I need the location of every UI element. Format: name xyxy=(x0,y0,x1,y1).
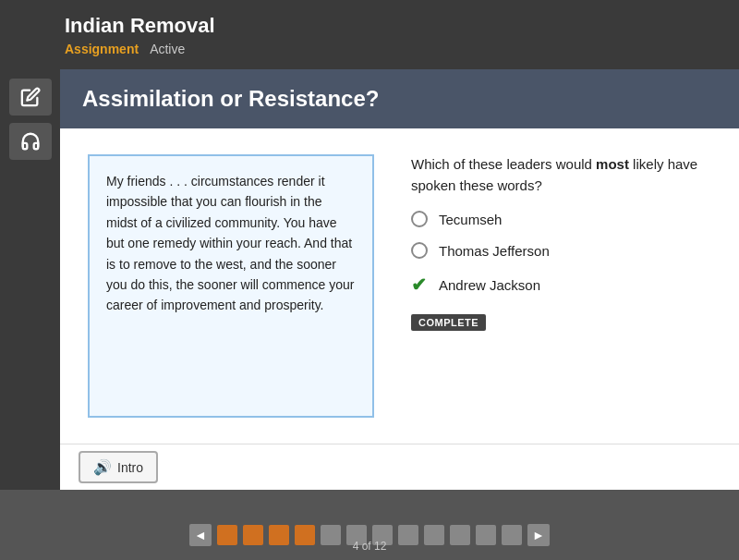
option-3-label: Andrew Jackson xyxy=(439,277,540,293)
option-1-label: Tecumseh xyxy=(439,212,502,227)
assignment-label: Assignment xyxy=(65,42,139,56)
page-counter: 4 of 12 xyxy=(353,540,387,553)
page-dot-10[interactable] xyxy=(450,525,470,545)
option-1-radio[interactable] xyxy=(411,211,428,227)
page-dot-3[interactable] xyxy=(269,525,289,545)
sidebar xyxy=(0,69,60,490)
complete-badge: COMPLETE xyxy=(411,314,486,331)
intro-label: Intro xyxy=(117,460,143,475)
option-1-row[interactable]: Tecumseh xyxy=(411,211,711,227)
page-dot-11[interactable] xyxy=(476,525,496,545)
prompt-before: Which of these leaders would xyxy=(411,156,596,172)
page-dot-4[interactable] xyxy=(295,525,315,545)
prompt-bold: most xyxy=(596,156,629,172)
headphones-button[interactable] xyxy=(9,123,52,160)
prev-button[interactable]: ◄ xyxy=(189,524,212,546)
bottom-nav: ◄ ► 4 of 12 xyxy=(0,509,739,560)
option-2-label: Thomas Jefferson xyxy=(439,243,550,259)
option-2-radio[interactable] xyxy=(411,242,428,259)
page-dot-1[interactable] xyxy=(217,525,237,545)
page-dot-12[interactable] xyxy=(502,525,522,545)
question-header: Assimilation or Resistance? xyxy=(60,69,739,128)
page-dot-2[interactable] xyxy=(243,525,263,545)
question-text: Which of these leaders would most likely… xyxy=(411,154,711,196)
footer-audio: 🔊 Intro xyxy=(60,444,739,490)
active-label: Active xyxy=(150,42,185,56)
top-bar-meta: Assignment Active xyxy=(65,42,215,56)
option-2-row[interactable]: Thomas Jefferson xyxy=(411,242,711,259)
option-3-row[interactable]: ✔ Andrew Jackson xyxy=(411,274,711,296)
content-area: My friends . . . circumstances render it… xyxy=(60,128,739,444)
quote-box: My friends . . . circumstances render it… xyxy=(88,154,374,418)
top-bar-content: Indian Removal Assignment Active xyxy=(65,14,215,56)
page-dot-8[interactable] xyxy=(398,525,418,545)
question-title: Assimilation or Resistance? xyxy=(82,86,379,111)
intro-button[interactable]: 🔊 Intro xyxy=(79,451,158,483)
top-bar: Indian Removal Assignment Active xyxy=(0,0,739,69)
main-content: Assimilation or Resistance? My friends .… xyxy=(60,69,739,490)
check-mark-icon: ✔ xyxy=(411,274,428,296)
speaker-icon: 🔊 xyxy=(93,458,112,476)
page-dot-5[interactable] xyxy=(321,525,341,545)
page-dot-9[interactable] xyxy=(424,525,444,545)
edit-button[interactable] xyxy=(9,79,52,116)
answer-section: Which of these leaders would most likely… xyxy=(411,154,711,418)
next-button[interactable]: ► xyxy=(527,524,550,546)
app-title: Indian Removal xyxy=(65,14,215,38)
